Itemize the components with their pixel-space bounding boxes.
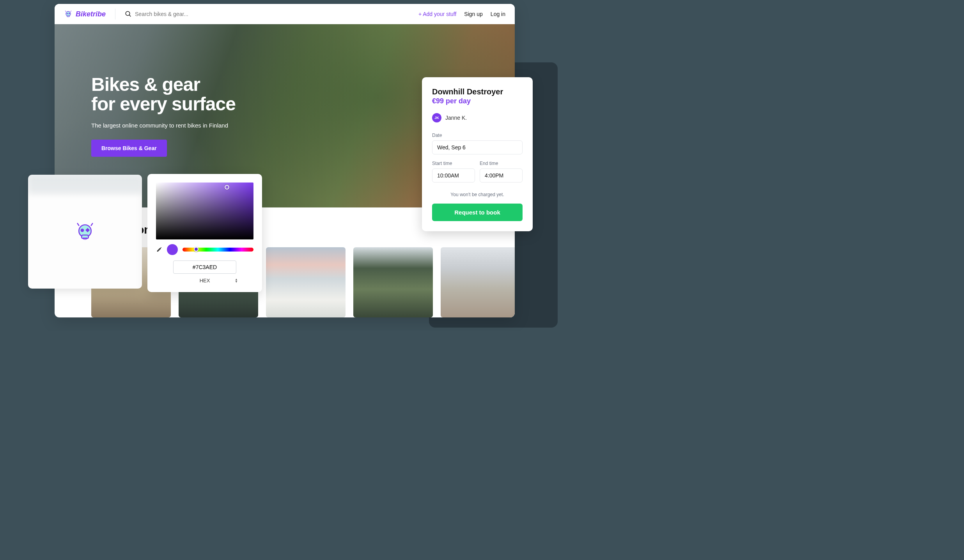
eyedropper-icon[interactable]	[156, 246, 162, 253]
svg-line-7	[129, 15, 131, 16]
mode-stepper-icon[interactable]: ▲▼	[235, 278, 238, 283]
end-time-label: End time	[480, 161, 523, 166]
svg-line-13	[91, 223, 93, 225]
svg-point-2	[67, 13, 68, 14]
brand-name: Biketribe	[76, 10, 106, 18]
svg-line-4	[65, 11, 66, 12]
logo[interactable]: Biketribe	[64, 10, 106, 18]
signup-link[interactable]: Sign up	[464, 11, 482, 17]
date-field: Date	[432, 133, 523, 154]
hue-cursor[interactable]	[194, 247, 198, 252]
end-time-input[interactable]	[480, 168, 523, 183]
booking-title: Downhill Destroyer	[432, 87, 523, 96]
request-book-button[interactable]: Request to book	[432, 204, 523, 221]
date-label: Date	[432, 133, 523, 138]
login-link[interactable]: Log in	[491, 11, 505, 17]
end-time-field: End time	[480, 161, 523, 183]
svg-line-5	[71, 11, 71, 12]
browse-button[interactable]: Browse Bikes & Gear	[91, 140, 167, 157]
svg-point-10	[81, 229, 84, 232]
hex-input[interactable]	[173, 261, 236, 274]
hero-title: Bikes & gear for every surface	[91, 75, 236, 114]
booking-note: You won't be charged yet.	[432, 192, 523, 197]
color-swatch	[167, 244, 178, 255]
location-card[interactable]	[266, 247, 346, 317]
hero-title-line1: Bikes & gear	[91, 74, 200, 95]
search-wrap	[125, 11, 412, 18]
hero-content: Bikes & gear for every surface The large…	[91, 75, 236, 157]
header-actions: + Add your stuff Sign up Log in	[418, 11, 505, 17]
color-mode-label: HEX	[200, 278, 210, 284]
saturation-box[interactable]	[156, 183, 253, 239]
color-mode-row: HEX ▲▼	[156, 278, 253, 284]
search-input[interactable]	[135, 11, 236, 17]
time-row: Start time End time	[432, 161, 523, 183]
location-card[interactable]	[441, 247, 515, 317]
add-stuff-link[interactable]: + Add your stuff	[418, 11, 456, 17]
location-card[interactable]	[353, 247, 433, 317]
hero-subtitle: The largest online community to rent bik…	[91, 122, 236, 129]
hue-slider[interactable]	[183, 248, 253, 252]
saturation-cursor[interactable]	[225, 185, 229, 190]
svg-line-12	[78, 223, 79, 225]
picker-controls-row	[156, 244, 253, 255]
color-picker-card: HEX ▲▼	[147, 174, 262, 292]
user-name: Janne K.	[445, 115, 467, 121]
avatar: JK	[432, 113, 441, 122]
logo-preview-card	[28, 175, 142, 289]
start-time-label: Start time	[432, 161, 475, 166]
start-time-field: Start time	[432, 161, 475, 183]
skull-icon	[64, 10, 73, 18]
svg-rect-1	[67, 15, 70, 16]
booking-price: €99 per day	[432, 97, 523, 105]
search-icon	[125, 11, 132, 18]
skull-icon	[74, 221, 96, 243]
hero-title-line2: for every surface	[91, 94, 236, 114]
start-time-input[interactable]	[432, 168, 475, 183]
date-input[interactable]	[432, 140, 523, 154]
header-divider	[115, 9, 115, 19]
header: Biketribe + Add your stuff Sign up Log i…	[55, 4, 515, 24]
booking-user: JK Janne K.	[432, 113, 523, 122]
booking-card: Downhill Destroyer €99 per day JK Janne …	[422, 77, 533, 231]
